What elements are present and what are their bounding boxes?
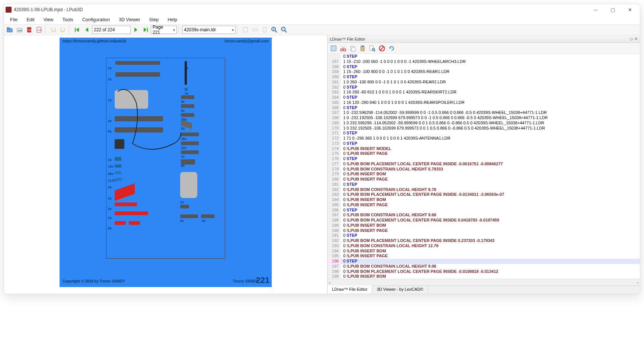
export-image-icon[interactable] — [15, 25, 24, 34]
page-preview[interactable]: https://trevorsandy.github.io/lpub3d tre… — [4, 35, 327, 294]
bom-count-right: 2x — [202, 219, 205, 223]
bom-count-left: 2x — [108, 185, 112, 189]
svg-rect-19 — [331, 46, 336, 51]
bom-count-left: 2x — [108, 207, 112, 211]
pdf-outline-icon[interactable]: PDF — [35, 25, 44, 34]
next-page-icon[interactable] — [131, 25, 140, 34]
bom-count-left: 50x — [108, 172, 114, 176]
svg-line-30 — [374, 50, 375, 51]
menu-help[interactable]: Help — [164, 16, 181, 23]
minimize-button[interactable]: ─ — [587, 4, 604, 15]
svg-rect-9 — [243, 28, 248, 32]
menu-bar: FileEditViewToolsConfiguration3D ViewerS… — [4, 15, 640, 24]
tab-3d-viewer[interactable]: 3D Viewer - by LeoCAD© — [372, 286, 428, 293]
bom-count-left: 1x — [108, 216, 112, 220]
fit-width-icon[interactable] — [251, 25, 259, 34]
bom-count-left: 2x — [108, 66, 112, 70]
page-number-input[interactable] — [92, 26, 131, 34]
svg-rect-28 — [370, 46, 373, 50]
menu-edit[interactable]: Edit — [23, 16, 38, 23]
page-number: 221 — [256, 275, 270, 285]
delete-icon[interactable] — [377, 44, 386, 53]
svg-text:PDF: PDF — [28, 29, 32, 31]
svg-line-13 — [275, 31, 277, 32]
editor-toolbar — [328, 43, 640, 54]
fit-page-icon[interactable] — [241, 25, 250, 34]
bottom-tabs: LDraw™ File Editor 3D Viewer - by LeoCAD… — [328, 286, 640, 294]
svg-rect-10 — [253, 29, 257, 31]
prev-page-icon[interactable] — [82, 25, 91, 34]
find-icon[interactable] — [368, 44, 377, 53]
bom-count-right: 1x — [180, 200, 184, 204]
select-all-icon[interactable] — [329, 44, 338, 53]
horizontal-scrollbar[interactable]: ‹› — [328, 279, 640, 286]
bom-count-right: 5x — [180, 219, 184, 223]
cut-icon[interactable] — [339, 44, 348, 53]
zoom-out-icon[interactable] — [280, 25, 288, 34]
file-select-combo[interactable]: 42039s-main.ldr▾ — [182, 26, 236, 34]
code-editor[interactable]: 0 STEP1571 15 -210 -200 560 -1 0 0 0 1 0… — [328, 54, 640, 279]
copy-icon[interactable] — [348, 44, 357, 53]
page-header-left: https://trevorsandy.github.io/lpub3d — [63, 39, 126, 43]
redo-icon[interactable] — [58, 25, 67, 34]
menu-tools[interactable]: Tools — [59, 16, 77, 23]
svg-point-20 — [341, 49, 343, 51]
title-bar: 42039S-1-09-LPUB.mpd - LPub3D ─ ▢ ✕ — [4, 4, 640, 15]
open-file-icon[interactable] — [6, 25, 15, 34]
page-footer-right: Trevor SANDY — [233, 279, 258, 283]
close-button[interactable]: ✕ — [621, 4, 638, 15]
bom-count-left: 6x — [108, 226, 112, 230]
pdf-red-icon[interactable]: PDF — [25, 25, 34, 34]
bom-count-left: 2x — [108, 197, 112, 200]
page-select-combo[interactable]: Page 221▾ — [151, 26, 177, 34]
svg-point-21 — [344, 49, 346, 51]
menu-step[interactable]: Step — [146, 16, 163, 23]
actual-size-icon[interactable] — [260, 25, 269, 34]
svg-rect-7 — [75, 28, 76, 32]
menu-file[interactable]: File — [6, 16, 21, 23]
svg-line-32 — [380, 47, 384, 50]
tab-file-editor[interactable]: LDraw™ File Editor — [328, 286, 372, 293]
paste-icon[interactable] — [358, 44, 367, 53]
svg-rect-27 — [361, 45, 364, 47]
bom-count-left: 13x — [108, 165, 114, 168]
last-page-icon[interactable] — [141, 25, 150, 34]
menu-3d-viewer[interactable]: 3D Viewer — [115, 16, 144, 23]
editor-pane-title: LDraw™ File Editor ◇✕ — [328, 35, 640, 43]
bom-count-left: 117x — [108, 179, 115, 182]
bom-frame: 2x2x1x2x9x1x13x50x117x2x2x2x1x6x 4x1x4x2… — [106, 58, 225, 259]
svg-rect-8 — [147, 28, 148, 32]
zoom-in-icon[interactable] — [270, 25, 279, 34]
svg-text:PDF: PDF — [38, 29, 42, 31]
page-header-right: trevor.sandy@gmail.com — [224, 39, 269, 43]
page-footer-left: Copyright © 2018 by Trevor SANDY — [63, 279, 125, 283]
refresh-icon[interactable] — [387, 44, 396, 53]
main-toolbar: PDF PDF Page 221▾ 42039s-main.ldr▾ — [4, 24, 640, 35]
svg-rect-1 — [7, 28, 10, 29]
pane-close-icon[interactable]: ✕ — [634, 36, 638, 41]
menu-configuration[interactable]: Configuration — [79, 16, 114, 23]
svg-rect-11 — [263, 28, 266, 32]
svg-line-17 — [285, 31, 287, 32]
pane-float-icon[interactable]: ◇ — [630, 36, 633, 41]
app-icon — [6, 7, 12, 13]
maximize-button[interactable]: ▢ — [604, 4, 621, 15]
svg-rect-25 — [352, 47, 355, 51]
first-page-icon[interactable] — [73, 25, 82, 34]
undo-icon[interactable] — [49, 25, 58, 34]
window-title: 42039S-1-09-LPUB.mpd - LPub3D — [14, 7, 587, 12]
menu-view[interactable]: View — [40, 16, 57, 23]
